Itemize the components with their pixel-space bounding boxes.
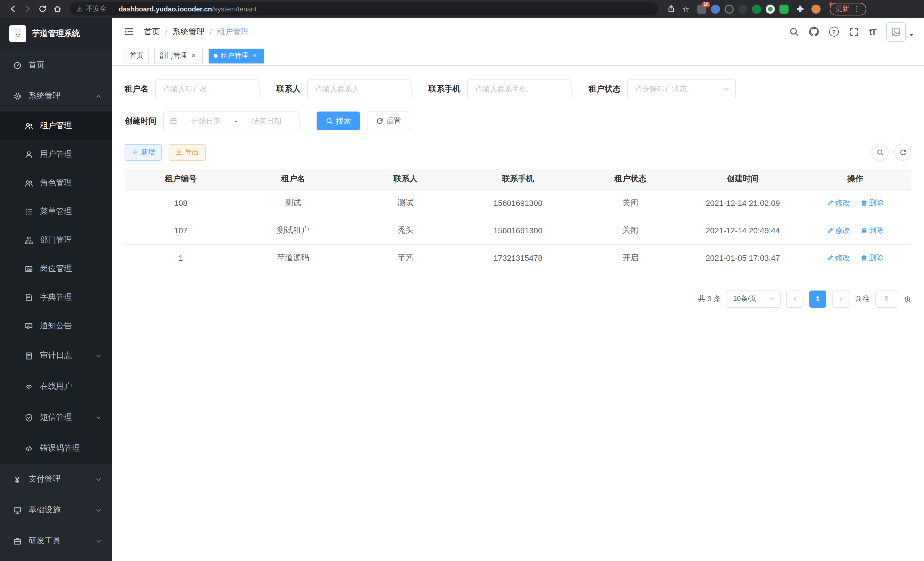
add-button[interactable]: 新增 (124, 144, 162, 160)
extension-icon-4[interactable] (738, 4, 747, 14)
breadcrumb-home[interactable]: 首页 (144, 27, 160, 37)
sidebar-item-error-code[interactable]: 错误码管理 (0, 433, 112, 464)
sidebar-item-home[interactable]: 首页 (0, 50, 112, 81)
app-logo[interactable]: 芋道管理系统 (0, 18, 112, 50)
user-avatar-menu[interactable] (886, 22, 914, 41)
browser-profile-avatar[interactable] (812, 4, 820, 14)
edit-label: 修改 (835, 225, 850, 236)
sidebar-toggle-icon[interactable] (123, 26, 135, 38)
edit-link[interactable]: 修改 (826, 225, 850, 236)
search-button-label: 搜索 (336, 116, 351, 126)
export-button[interactable]: 导出 (169, 144, 206, 160)
delete-link[interactable]: 删除 (860, 253, 884, 263)
main-area: 首页 / 系统管理 / 租户管理 ? tT (112, 18, 924, 561)
tenant-name-input[interactable] (155, 80, 260, 98)
tenant-name-label: 租户名 (124, 84, 148, 94)
phone-input[interactable] (467, 80, 572, 98)
close-icon[interactable]: × (190, 52, 198, 60)
delete-link[interactable]: 删除 (860, 225, 884, 236)
cell-phone: 15601691300 (462, 189, 574, 217)
sidebar-item-system[interactable]: 系统管理 (0, 81, 112, 111)
extension-icon-6[interactable] (766, 4, 775, 14)
help-icon[interactable]: ? (829, 27, 839, 37)
browser-toolbar: ⚠ 不安全 dashboard.yudao.iocoder.cn/system/… (0, 0, 924, 18)
sidebar-item-notice[interactable]: 通知公告 (0, 312, 112, 340)
sidebar-item-menu[interactable]: 菜单管理 (0, 197, 112, 226)
trash-icon (860, 227, 867, 234)
sidebar-item-devtools[interactable]: 研发工具 (0, 526, 112, 556)
sidebar-item-label: 角色管理 (40, 178, 72, 188)
tab-home[interactable]: 首页 (124, 48, 148, 63)
page-size-select[interactable]: 10条/页 (727, 290, 781, 307)
fullscreen-icon[interactable] (849, 27, 859, 37)
page-number-button[interactable]: 1 (809, 290, 826, 307)
address-bar[interactable]: ⚠ 不安全 dashboard.yudao.iocoder.cn/system/… (70, 2, 658, 15)
sidebar-item-dict[interactable]: 字典管理 (0, 283, 112, 312)
sidebar-item-audit-log[interactable]: 审计日志 (0, 340, 112, 371)
search-icon[interactable] (789, 27, 799, 37)
browser-reload-icon[interactable] (35, 2, 49, 16)
browser-back-icon[interactable] (6, 2, 20, 16)
date-range-picker[interactable]: 开始日期 - 结束日期 (164, 111, 299, 130)
update-notification-dot (829, 2, 832, 5)
refresh-table-button[interactable] (894, 144, 911, 161)
cell-tenant-name: 测试租户 (237, 217, 349, 244)
next-page-button[interactable] (832, 290, 849, 307)
browser-home-icon[interactable] (50, 2, 64, 16)
security-label: 不安全 (86, 4, 107, 14)
contact-input[interactable] (308, 80, 411, 98)
sidebar-item-label: 部门管理 (40, 235, 72, 245)
extensions-puzzle-icon[interactable] (793, 2, 807, 16)
delete-label: 删除 (869, 253, 884, 263)
font-size-icon[interactable]: tT (869, 27, 876, 37)
pagination-total: 共 3 条 (698, 294, 721, 304)
cell-phone: 17321315478 (462, 244, 574, 272)
status-select[interactable]: 请选择租户状态 (627, 80, 736, 98)
cell-actions: 修改 删除 (799, 244, 911, 272)
sidebar-item-tenant[interactable]: 租户管理 (0, 111, 112, 140)
table-row: 108 测试 测试 15601691300 关闭 2021-12-14 21:0… (124, 189, 911, 217)
browser-menu-icon[interactable]: ⋮ (853, 5, 861, 13)
app-frame: 芋道管理系统 首页 系统管理 租户管理 (0, 18, 924, 561)
sidebar-item-sms[interactable]: 短信管理 (0, 402, 112, 433)
toggle-search-button[interactable] (872, 144, 889, 161)
edit-link[interactable]: 修改 (826, 198, 850, 208)
goto-page-input[interactable] (875, 290, 898, 307)
extension-icon-3[interactable] (724, 4, 734, 14)
table-body: 108 测试 测试 15601691300 关闭 2021-12-14 21:0… (124, 189, 911, 272)
sidebar-item-role[interactable]: 角色管理 (0, 169, 112, 197)
edit-link[interactable]: 修改 (826, 253, 850, 263)
col-tenant-name: 租户名 (237, 169, 349, 189)
cell-tenant-name: 芋道源码 (237, 244, 349, 272)
extension-icon-1[interactable]: 10 (697, 4, 706, 14)
tab-tenant[interactable]: 租户管理 × (208, 48, 264, 63)
reset-button[interactable]: 重置 (367, 111, 410, 130)
chevron-down-icon (723, 86, 730, 92)
tab-dept[interactable]: 部门管理 × (154, 48, 203, 63)
bookmark-star-icon[interactable]: ☆ (679, 2, 693, 16)
chevron-right-icon (837, 295, 844, 302)
sidebar-item-label: 审计日志 (40, 350, 72, 361)
breadcrumb-separator: / (165, 27, 167, 36)
extension-icon-7[interactable] (779, 4, 789, 14)
prev-page-button[interactable] (786, 290, 803, 307)
sidebar-item-dept[interactable]: 部门管理 (0, 226, 112, 254)
update-button[interactable]: 更新 ⋮ (830, 3, 866, 15)
close-icon[interactable]: × (251, 52, 259, 60)
browser-forward-icon[interactable] (21, 2, 34, 16)
security-warning-icon: ⚠ (76, 5, 83, 12)
search-button[interactable]: 搜索 (316, 111, 360, 130)
share-icon[interactable] (664, 2, 678, 16)
extension-icon-2[interactable] (711, 4, 720, 14)
sidebar-item-online-user[interactable]: 在线用户 (0, 371, 112, 402)
delete-link[interactable]: 删除 (860, 198, 884, 208)
sidebar-item-infra[interactable]: 基础设施 (0, 495, 112, 526)
extension-icon-5[interactable] (752, 4, 761, 14)
tenant-name-group: 租户名 (124, 80, 260, 98)
github-icon[interactable] (809, 27, 819, 37)
breadcrumb-system[interactable]: 系统管理 (172, 27, 205, 37)
sidebar-item-payment[interactable]: ¥ 支付管理 (0, 464, 112, 495)
sidebar-item-post[interactable]: 岗位管理 (0, 254, 112, 283)
sidebar-item-user[interactable]: 用户管理 (0, 140, 112, 169)
reset-button-label: 重置 (386, 116, 401, 126)
